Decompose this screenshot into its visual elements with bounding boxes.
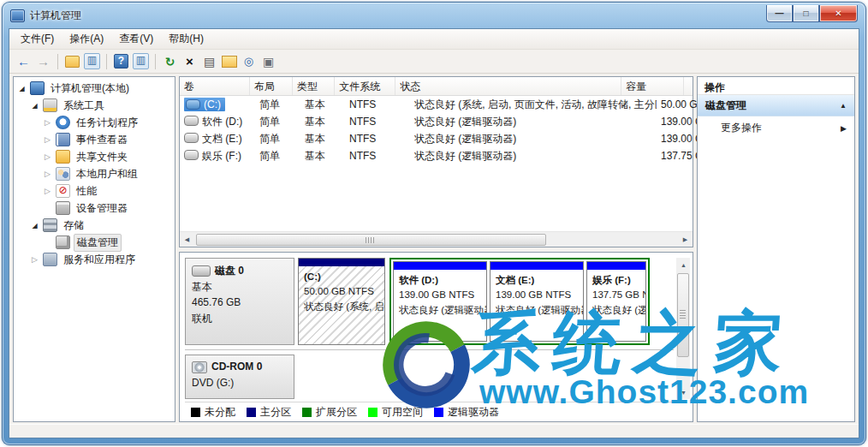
title-bar[interactable]: 计算机管理 — □ ✕ [10, 5, 858, 27]
show-console-tree-icon[interactable]: ▥ [84, 53, 100, 69]
tree-item-task-scheduler[interactable]: ▷ 任务计划程序 [14, 114, 175, 131]
tree-item-event-viewer[interactable]: ▷ 事件查看器 [14, 131, 175, 148]
help-icon[interactable]: ? [113, 53, 129, 69]
menu-help[interactable]: 帮助(H) [161, 29, 211, 49]
more-actions-item[interactable]: 更多操作 ▶ [698, 116, 854, 140]
scrollbar-track[interactable] [194, 233, 678, 247]
actions-pane: 操作 磁盘管理 ▲ 更多操作 ▶ [697, 76, 855, 422]
partition-f[interactable]: 娱乐 (F:) 137.75 GB NTFS 状态良好 (逻辑驱动器) [586, 261, 646, 342]
tree-item-label: 磁盘管理 [74, 234, 122, 252]
vertical-scrollbar[interactable]: ▲ ▼ [676, 258, 690, 399]
toolbar: ← → ▥ ? ▥ ↻ × ▤ ◎ ▣ [9, 50, 859, 74]
disk0-info[interactable]: 磁盘 0 基本 465.76 GB 联机 [185, 258, 294, 345]
actions-title: 操作 [698, 77, 854, 95]
expand-arrow-icon[interactable]: ▷ [43, 187, 52, 195]
partition-c[interactable]: (C:) 50.00 GB NTFS 状态良好 (系统, 启动, 页面文件, 活… [298, 258, 385, 345]
tree-item-storage[interactable]: ◢ 存储 [14, 217, 175, 234]
table-row[interactable]: (C:) 简单 基本 NTFS 状态良好 (系统, 启动, 页面文件, 活动, … [180, 96, 693, 113]
expand-arrow-icon[interactable]: ▷ [43, 135, 52, 144]
actions-section-disk-management[interactable]: 磁盘管理 ▲ [698, 95, 854, 116]
logical-drive-stripe [394, 262, 486, 270]
partition-label: 娱乐 (F:) [592, 273, 640, 288]
volume-name: 软件 (D:) [202, 116, 242, 128]
window-controls: — □ ✕ [766, 5, 858, 22]
main-area: ◢ 计算机管理(本地) ◢ 系统工具 ▷ 任务计划程序 ▷ 事件 [9, 74, 859, 424]
disk-type: 基本 [192, 279, 288, 295]
table-row[interactable]: 文档 (E:) 简单 基本 NTFS 状态良好 (逻辑驱动器) 139.00 G… [180, 130, 693, 147]
scroll-right-icon[interactable]: ▶ [678, 233, 693, 247]
tree-item-computer-management[interactable]: ◢ 计算机管理(本地) [14, 80, 175, 97]
console-tree: ◢ 计算机管理(本地) ◢ 系统工具 ▷ 任务计划程序 ▷ 事件 [13, 76, 175, 422]
column-header-partial[interactable] [684, 77, 693, 95]
volume-type: 基本 [300, 98, 345, 112]
column-header-capacity[interactable]: 容量 [621, 77, 684, 95]
menu-action[interactable]: 操作(A) [62, 29, 111, 49]
scrollbar-track[interactable] [676, 271, 690, 385]
partition-e[interactable]: 文档 (E:) 139.00 GB NTFS 状态良好 (逻辑驱动器) [490, 261, 584, 342]
selected-volume-cell[interactable]: (C:) [184, 98, 225, 111]
expand-arrow-icon[interactable]: ▷ [43, 170, 52, 178]
logical-drive-stripe [490, 262, 583, 270]
column-header-layout[interactable]: 布局 [250, 77, 293, 95]
tree-item-device-manager[interactable]: 设备管理器 [14, 200, 175, 217]
volume-status: 状态良好 (逻辑驱动器) [410, 132, 657, 146]
scroll-left-icon[interactable]: ◀ [180, 233, 194, 247]
back-icon[interactable]: ← [15, 53, 32, 69]
table-row[interactable]: 娱乐 (F:) 简单 基本 NTFS 状态良好 (逻辑驱动器) 137.75 G… [180, 147, 693, 164]
menu-file[interactable]: 文件(F) [13, 29, 62, 49]
legend-label: 未分配 [205, 405, 235, 420]
horizontal-scrollbar[interactable]: ◀ ▶ [180, 231, 693, 247]
system-tools-icon [43, 98, 57, 112]
expand-arrow-icon[interactable]: ▷ [43, 152, 52, 161]
expand-arrow-icon[interactable]: ▷ [43, 118, 52, 127]
tree-item-services-applications[interactable]: ▷ 服务和应用程序 [14, 251, 175, 268]
tree-item-local-users-groups[interactable]: ▷ 本地用户和组 [14, 165, 175, 182]
cdrom-info[interactable]: CD-ROM 0 DVD (G:) [185, 355, 294, 399]
settings-icon[interactable]: ▣ [260, 53, 276, 69]
expand-arrow-icon[interactable]: ◢ [30, 102, 39, 110]
menu-view[interactable]: 查看(V) [111, 29, 161, 49]
window-title: 计算机管理 [30, 9, 81, 23]
legend-item: 主分区 [247, 405, 291, 420]
delete-icon[interactable]: × [181, 53, 198, 69]
volume-status: 状态良好 (系统, 启动, 页面文件, 活动, 故障转储, 主分区) [410, 98, 657, 112]
properties-icon[interactable]: ▤ [201, 53, 217, 69]
legend-label: 主分区 [260, 405, 291, 420]
tree-item-label: 性能 [74, 183, 99, 200]
table-row[interactable]: 软件 (D:) 简单 基本 NTFS 状态良好 (逻辑驱动器) 139.00 G… [180, 113, 693, 130]
close-button[interactable]: ✕ [819, 5, 858, 22]
partition-d[interactable]: 软件 (D:) 139.00 GB NTFS 状态良好 (逻辑驱动器) [393, 261, 487, 342]
partition-size: 139.00 GB NTFS [496, 288, 578, 302]
find-icon[interactable]: ◎ [241, 53, 257, 69]
collapse-arrow-icon[interactable]: ▲ [840, 102, 847, 110]
column-header-volume[interactable]: 卷 [180, 77, 250, 95]
scroll-down-icon[interactable]: ▼ [676, 385, 691, 399]
tree-item-performance[interactable]: ▷ 性能 [14, 182, 175, 200]
tree-item-label: 共享文件夹 [74, 149, 130, 165]
column-header-type[interactable]: 类型 [293, 77, 335, 95]
tree-item-system-tools[interactable]: ◢ 系统工具 [14, 97, 175, 114]
tree-item-shared-folders[interactable]: ▷ 共享文件夹 [14, 148, 175, 165]
column-header-status[interactable]: 状态 [395, 77, 621, 95]
tree-item-label: 服务和应用程序 [61, 252, 138, 268]
scrollbar-thumb[interactable] [677, 273, 689, 357]
expand-arrow-icon[interactable]: ◢ [17, 85, 27, 92]
expand-arrow-icon[interactable]: ▷ [30, 255, 39, 264]
open-icon[interactable] [221, 53, 237, 69]
open-icon [222, 56, 237, 68]
volume-icon [184, 116, 199, 126]
scrollbar-thumb[interactable] [196, 234, 546, 246]
column-header-filesystem[interactable]: 文件系统 [335, 77, 395, 95]
tree-item-label: 系统工具 [61, 98, 107, 114]
event-viewer-icon [56, 133, 70, 146]
navigate-up-icon[interactable] [64, 53, 80, 69]
expand-arrow-icon[interactable]: ◢ [30, 222, 39, 229]
minimize-button[interactable]: — [766, 5, 793, 22]
refresh-icon[interactable]: ↻ [162, 53, 178, 69]
forward-icon[interactable]: → [35, 53, 51, 69]
submenu-arrow-icon: ▶ [841, 124, 847, 133]
tree-item-disk-management[interactable]: 磁盘管理 [14, 234, 175, 251]
show-action-pane-icon[interactable]: ▥ [133, 53, 149, 69]
maximize-button[interactable]: □ [793, 5, 819, 22]
scroll-up-icon[interactable]: ▲ [676, 258, 691, 271]
